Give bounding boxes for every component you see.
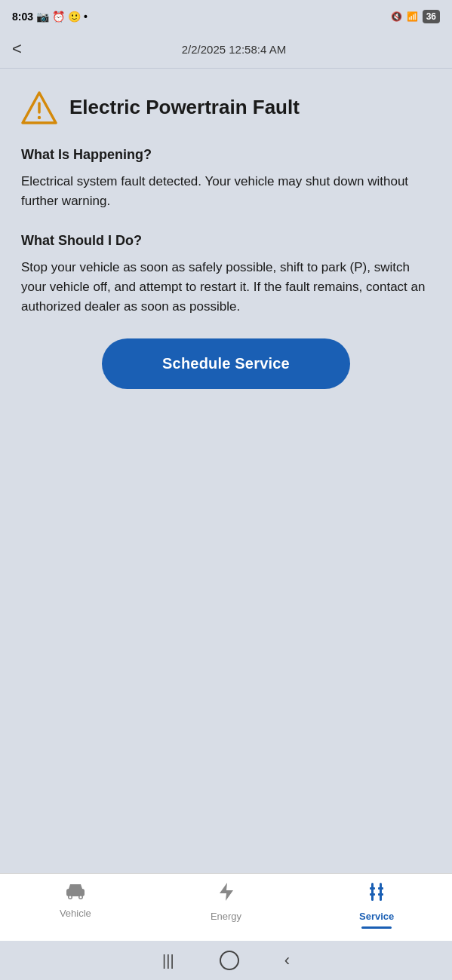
home-button[interactable] — [220, 951, 239, 970]
svg-rect-15 — [378, 893, 383, 896]
tab-service[interactable]: Service — [301, 881, 452, 929]
energy-icon — [218, 881, 235, 908]
svg-rect-10 — [371, 883, 374, 901]
svg-point-8 — [79, 896, 81, 899]
energy-label: Energy — [211, 911, 241, 922]
service-label: Service — [359, 911, 394, 922]
svg-point-2 — [38, 116, 41, 119]
spacer — [21, 404, 431, 525]
section1-heading: What Is Happening? — [21, 147, 431, 163]
svg-rect-13 — [380, 883, 382, 901]
button-container: Schedule Service — [21, 338, 431, 389]
vehicle-icon — [65, 881, 86, 905]
svg-rect-11 — [370, 887, 375, 890]
nav-bar: < 2/2/2025 12:58:4 AM — [0, 30, 452, 69]
back-button[interactable]: < — [12, 36, 28, 62]
fault-title-section: Electric Powertrain Fault — [21, 90, 431, 126]
android-home-bar: ||| ‹ — [0, 941, 452, 980]
time-display: 8:03 — [12, 11, 33, 23]
service-icon — [366, 881, 387, 908]
warning-icon — [21, 90, 57, 126]
svg-rect-12 — [370, 893, 375, 896]
section2-body: Stop your vehicle as soon as safely poss… — [21, 258, 431, 317]
fault-title-text: Electric Powertrain Fault — [69, 96, 300, 119]
tab-vehicle[interactable]: Vehicle — [0, 881, 151, 919]
svg-rect-14 — [378, 887, 383, 890]
battery-level: 36 — [423, 10, 440, 23]
svg-marker-4 — [69, 884, 82, 889]
dot-indicator: • — [84, 11, 88, 23]
camera-icon: 📷 — [36, 11, 49, 23]
alarm-icon: ⏰ — [52, 11, 65, 23]
status-bar: 8:03 📷 ⏰ 🙂 • 🔇 📶 36 — [0, 0, 452, 30]
section1-body: Electrical system fault detected. Your v… — [21, 172, 431, 212]
tab-energy[interactable]: Energy — [151, 881, 302, 922]
svg-marker-9 — [220, 883, 233, 901]
recent-apps-icon[interactable]: ||| — [162, 952, 174, 969]
wifi-icon: 📶 — [407, 11, 418, 22]
main-content: Electric Powertrain Fault What Is Happen… — [0, 69, 452, 873]
status-right: 🔇 📶 36 — [391, 10, 440, 23]
android-back-icon[interactable]: ‹ — [284, 951, 290, 970]
status-left: 8:03 📷 ⏰ 🙂 • — [12, 11, 88, 23]
emoji-icon: 🙂 — [68, 11, 81, 23]
mute-icon: 🔇 — [391, 11, 402, 22]
section2-heading: What Should I Do? — [21, 233, 431, 249]
vehicle-label: Vehicle — [60, 908, 91, 919]
schedule-service-button[interactable]: Schedule Service — [102, 338, 350, 389]
svg-point-7 — [69, 896, 71, 899]
nav-title: 2/2/2025 12:58:4 AM — [28, 43, 440, 56]
tab-bar: Vehicle Energy Service — [0, 873, 452, 941]
